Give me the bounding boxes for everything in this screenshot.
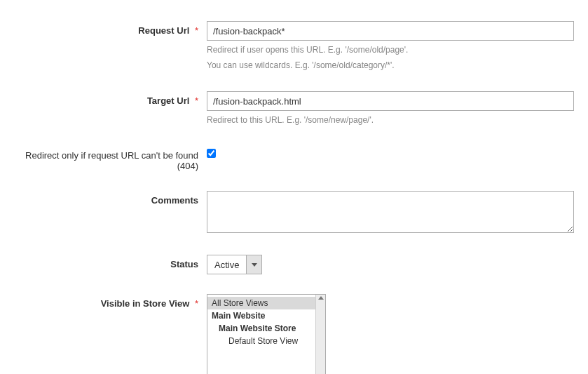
- request-url-hint2: You can use wildcards. E.g. '/some/old/c…: [207, 59, 574, 72]
- target-url-label: Target Url *: [14, 91, 207, 106]
- store-option-store[interactable]: Main Website Store: [207, 322, 315, 335]
- target-url-field: Redirect to this URL. E.g. '/some/new/pa…: [207, 91, 574, 126]
- target-url-row: Target Url * Redirect to this URL. E.g. …: [14, 91, 574, 126]
- status-label-text: Status: [170, 259, 198, 269]
- comments-field: [207, 191, 574, 235]
- store-view-listbox[interactable]: All Store Views Main Website Main Websit…: [207, 294, 326, 374]
- store-view-label: Visible in Store View *: [14, 294, 207, 309]
- redirect-404-field: [207, 146, 574, 160]
- status-select[interactable]: Active: [207, 255, 262, 274]
- comments-textarea[interactable]: [207, 191, 574, 233]
- store-view-row: Visible in Store View * All Store Views …: [14, 294, 574, 374]
- status-field: Active: [207, 255, 574, 274]
- request-url-label-text: Request Url: [138, 25, 189, 36]
- request-url-input[interactable]: [207, 21, 574, 41]
- store-option-website[interactable]: Main Website: [207, 309, 315, 322]
- required-mark-icon: *: [195, 25, 198, 36]
- status-select-value: Active: [207, 255, 246, 274]
- redirect-404-row: Redirect only if request URL can't be fo…: [14, 146, 574, 171]
- request-url-hint1: Redirect if user opens this URL. E.g. '/…: [207, 44, 574, 56]
- store-option-all[interactable]: All Store Views: [207, 297, 315, 309]
- store-view-options: All Store Views Main Website Main Websit…: [207, 295, 315, 374]
- redirect-404-label: Redirect only if request URL can't be fo…: [14, 146, 207, 171]
- target-url-hint: Redirect to this URL. E.g. '/some/new/pa…: [207, 114, 574, 126]
- status-row: Status Active: [14, 255, 574, 274]
- redirect-404-checkbox[interactable]: [207, 149, 216, 158]
- store-view-label-text: Visible in Store View: [101, 298, 190, 309]
- store-view-scrollbar[interactable]: [315, 295, 325, 374]
- store-view-field: All Store Views Main Website Main Websit…: [207, 294, 574, 374]
- request-url-row: Request Url * Redirect if user opens thi…: [14, 21, 574, 72]
- target-url-label-text: Target Url: [147, 95, 189, 106]
- target-url-input[interactable]: [207, 91, 574, 111]
- chevron-down-icon[interactable]: [246, 255, 261, 274]
- required-mark-icon: *: [195, 298, 198, 309]
- scroll-up-icon[interactable]: [318, 296, 324, 300]
- comments-label: Comments: [14, 191, 207, 206]
- required-mark-icon: *: [195, 95, 198, 106]
- request-url-label: Request Url *: [14, 21, 207, 36]
- comments-row: Comments: [14, 191, 574, 235]
- comments-label-text: Comments: [151, 195, 198, 206]
- request-url-field: Redirect if user opens this URL. E.g. '/…: [207, 21, 574, 72]
- status-label: Status: [14, 255, 207, 269]
- store-option-view[interactable]: Default Store View: [207, 335, 315, 347]
- redirect-404-label-text: Redirect only if request URL can't be fo…: [25, 150, 198, 171]
